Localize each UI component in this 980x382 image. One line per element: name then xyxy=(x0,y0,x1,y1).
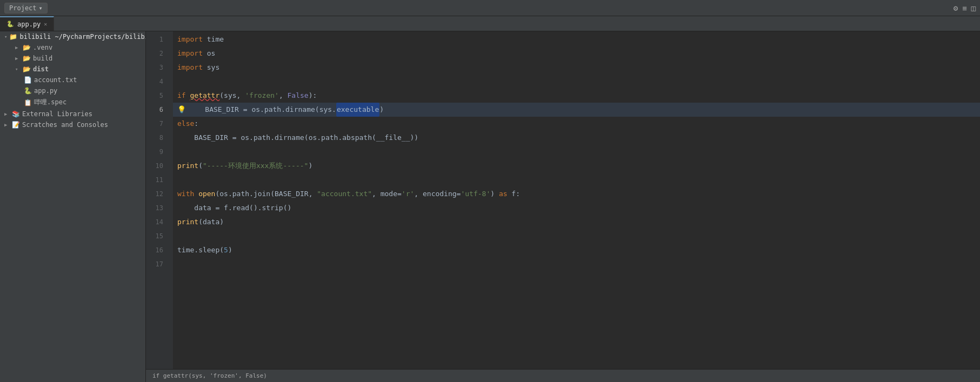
sidebar-item-scratches[interactable]: ▶ 📝 Scratches and Consoles xyxy=(0,119,145,130)
code-line-5: if getattr(sys, 'frozen', False): xyxy=(173,89,980,103)
folder-icon: 📂 xyxy=(23,44,31,51)
project-label: Project xyxy=(9,4,37,12)
code-open-paren: ( xyxy=(198,159,203,173)
keyword-import: import xyxy=(177,46,203,61)
code-number-5: 5 xyxy=(224,243,228,257)
code-line-14: print(data) xyxy=(173,215,980,229)
code-line-13-content: data = f.read().strip() xyxy=(177,201,291,215)
sidebar-item-bilibili[interactable]: ▾ 📁 bilibili ~/PycharmProjects/bilibili xyxy=(0,31,145,42)
project-root-icon: 📁 xyxy=(9,33,17,41)
sidebar-item-dist[interactable]: ▾ 📂 dist xyxy=(0,64,145,75)
expand-icon: ▾ xyxy=(15,66,21,72)
line-num-17: 17 xyxy=(146,257,169,271)
sidebar-item-venv[interactable]: ▶ 📂 .venv xyxy=(0,42,145,53)
code-line-1: import time xyxy=(173,32,980,46)
sidebar-item-label: app.py xyxy=(34,87,57,95)
sidebar-item-label: dist xyxy=(33,65,49,73)
code-line-9 xyxy=(173,145,980,159)
tab-close-icon[interactable]: ✕ xyxy=(44,21,47,27)
sidebar-item-label: External Libraries xyxy=(22,110,92,118)
code-vars2: , xyxy=(279,89,288,103)
code-as: ) xyxy=(490,187,499,201)
code-vars: (sys, xyxy=(219,89,245,103)
func-print: print xyxy=(177,159,198,173)
main-layout: ▾ 📁 bilibili ~/PycharmProjects/bilibili … xyxy=(0,31,980,382)
tab-label: app.py xyxy=(17,21,41,28)
sidebar-item-label: Scratches and Consoles xyxy=(22,121,108,129)
python-icon: 🐍 xyxy=(24,87,32,95)
file-icon: 📄 xyxy=(24,76,32,84)
sidebar-item-spec[interactable]: 📋 哔哩.spec xyxy=(0,96,145,109)
keyword-import: import xyxy=(177,32,203,46)
code-line-8: BASE_DIR = os.path.dirname(os.path.abspa… xyxy=(173,131,980,145)
keyword-as: as xyxy=(499,187,508,201)
line-num-11: 11 xyxy=(146,173,169,187)
sidebar-item-build[interactable]: ▶ 📂 build xyxy=(0,53,145,64)
code-data-arg: (data) xyxy=(198,215,224,229)
line-num-10: 10 xyxy=(146,159,169,173)
keyword-if: if xyxy=(177,89,186,103)
python-file-icon: 🐍 xyxy=(6,21,14,28)
line-num-8: 8 xyxy=(146,131,169,145)
code-close3: ) xyxy=(228,243,232,257)
code-line-4 xyxy=(173,75,980,89)
lightbulb-icon[interactable]: 💡 xyxy=(177,103,186,117)
line-num-12: 12 xyxy=(146,187,169,201)
code-executable: executable xyxy=(336,103,379,117)
sidebar-item-label: account.txt xyxy=(34,76,77,84)
line-num-5: 5 xyxy=(146,89,169,103)
layout-icon[interactable]: ◫ xyxy=(971,4,976,12)
line-num-15: 15 xyxy=(146,229,169,243)
module-sys: sys xyxy=(207,61,219,75)
line-num-7: 7 xyxy=(146,117,169,131)
code-container[interactable]: 1 2 3 4 5 6 7 8 9 10 11 12 13 14 15 16 1… xyxy=(146,31,980,369)
func-open: open xyxy=(198,187,215,201)
line-num-6: 6 xyxy=(146,103,169,117)
expand-icon: ▶ xyxy=(15,56,21,61)
expand-icon: ▶ xyxy=(15,45,21,50)
expand-icon: ▾ xyxy=(4,34,7,39)
string-account: "account.txt" xyxy=(317,187,372,201)
line-num-14: 14 xyxy=(146,215,169,229)
code-encoding: , encoding= xyxy=(414,187,461,201)
sidebar-item-account-txt[interactable]: 📄 account.txt xyxy=(0,75,145,85)
sidebar-item-app-py[interactable]: 🐍 app.py xyxy=(0,85,145,96)
code-line-15 xyxy=(173,229,980,243)
code-close-paren2: ) xyxy=(308,159,312,173)
keyword-else: else xyxy=(177,117,194,131)
string-env: "-----环境使用xxx系统-----" xyxy=(203,159,308,173)
expand-icon: ▶ xyxy=(4,122,10,128)
code-open-args: (os.path.join(BASE_DIR, xyxy=(215,187,317,201)
code-line-3: import sys xyxy=(173,61,980,75)
keyword-import: import xyxy=(177,61,203,75)
code-line-17 xyxy=(173,257,980,271)
code-line-12: with open(os.path.join(BASE_DIR, "accoun… xyxy=(173,187,980,201)
top-bar-icons: ⚙ ≡ ◫ xyxy=(954,4,976,12)
sidebar: ▾ 📁 bilibili ~/PycharmProjects/bilibili … xyxy=(0,31,146,382)
code-line-8-content: BASE_DIR = os.path.dirname(os.path.abspa… xyxy=(177,131,418,145)
line-num-3: 3 xyxy=(146,61,169,75)
sidebar-item-label: 哔哩.spec xyxy=(34,98,66,107)
builtin-false: False xyxy=(288,89,309,103)
module-time: time xyxy=(207,32,224,46)
keyword-with: with xyxy=(177,187,194,201)
scratch-icon: 📝 xyxy=(12,121,20,129)
sidebar-item-label: .venv xyxy=(33,44,52,51)
tab-app-py[interactable]: 🐍 app.py ✕ xyxy=(0,16,54,31)
code-lines[interactable]: import time import os import sys if geta… xyxy=(173,31,980,369)
sidebar-item-external-libraries[interactable]: ▶ 📚 External Libraries xyxy=(0,109,145,119)
settings-icon[interactable]: ⚙ xyxy=(954,4,958,12)
expand-icon: ▶ xyxy=(4,111,10,117)
line-num-13: 13 xyxy=(146,201,169,215)
sidebar-item-label: build xyxy=(33,55,52,62)
menu-icon[interactable]: ≡ xyxy=(962,4,966,12)
code-f: f: xyxy=(508,187,520,201)
folder-icon: 📂 xyxy=(23,55,31,62)
tab-bar: 🐍 app.py ✕ xyxy=(0,16,980,31)
code-line-16: time.sleep(5) xyxy=(173,243,980,257)
project-selector[interactable]: Project ▾ xyxy=(4,3,48,14)
string-frozen: 'frozen' xyxy=(245,89,279,103)
editor-area: 1 2 3 4 5 6 7 8 9 10 11 12 13 14 15 16 1… xyxy=(146,31,980,382)
status-bar: if getattr(sys, 'frozen', False) xyxy=(146,369,980,382)
folder-icon: 📂 xyxy=(23,65,31,73)
